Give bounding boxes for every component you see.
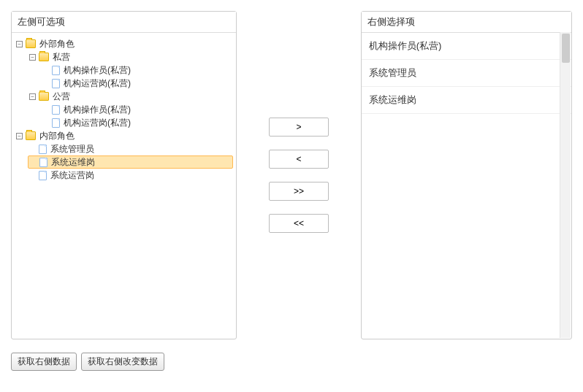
- tree-node-label: 私营: [51, 50, 72, 64]
- left-panel: 左侧可选项 外部角色: [11, 11, 237, 339]
- file-icon: [52, 79, 60, 88]
- tree-node-label: 外部角色: [38, 37, 76, 50]
- get-right-data-button[interactable]: 获取右侧数据: [11, 353, 77, 371]
- file-icon: [39, 158, 47, 167]
- tree-node-label: 内部角色: [38, 129, 76, 142]
- tree-node-label: 公营: [51, 90, 72, 103]
- tree-leaf-sysadmin[interactable]: 系统管理员: [28, 142, 233, 155]
- transfer-controls: > < >> <<: [237, 11, 361, 339]
- tree-leaf-sysbiz[interactable]: 系统运营岗: [28, 169, 233, 182]
- file-icon: [52, 66, 60, 75]
- remove-button[interactable]: <: [269, 150, 329, 169]
- collapse-icon[interactable]: [16, 133, 23, 139]
- get-right-changed-data-button[interactable]: 获取右侧改变数据: [81, 353, 164, 371]
- tree-node-label: 机构运营岗(私营): [62, 116, 132, 129]
- left-panel-title: 左侧可选项: [12, 12, 236, 33]
- tree-node-label: 系统管理员: [49, 142, 96, 155]
- collapse-icon[interactable]: [29, 93, 36, 100]
- collapse-icon[interactable]: [16, 41, 23, 47]
- tree-node-label: 系统运营岗: [49, 169, 96, 182]
- options-tree: 外部角色 私营: [15, 37, 233, 182]
- selected-item[interactable]: 机构操作员(私营): [362, 33, 571, 60]
- folder-open-icon: [39, 53, 49, 61]
- tree-node-label: 机构操作员(私营): [62, 103, 132, 116]
- file-icon: [52, 105, 60, 115]
- file-icon: [52, 118, 60, 128]
- add-all-button[interactable]: >>: [269, 182, 329, 201]
- tree-node-label: 系统运维岗: [50, 156, 96, 168]
- collapse-icon[interactable]: [29, 54, 36, 61]
- tree-leaf-operator-public[interactable]: 机构操作员(私营): [41, 103, 233, 116]
- right-panel-body: 机构操作员(私营) 系统管理员 系统运维岗: [362, 33, 571, 339]
- tree-node-internal-roles[interactable]: 内部角色: [15, 129, 233, 142]
- selected-item[interactable]: 系统管理员: [362, 60, 571, 87]
- tree-node-label: 机构操作员(私营): [62, 64, 132, 77]
- scrollbar-thumb[interactable]: [562, 34, 570, 63]
- file-icon: [39, 171, 47, 180]
- tree-node-external-roles[interactable]: 外部角色: [15, 37, 233, 50]
- folder-open-icon: [26, 131, 36, 140]
- add-button[interactable]: >: [269, 118, 329, 137]
- tree-node-label: 机构运营岗(私营): [62, 77, 132, 90]
- scrollbar[interactable]: [560, 32, 571, 338]
- right-panel: 右侧选择项 机构操作员(私营) 系统管理员 系统运维岗: [361, 11, 572, 339]
- remove-all-button[interactable]: <<: [269, 214, 329, 233]
- tree-leaf-ops-private[interactable]: 机构运营岗(私营): [41, 77, 233, 90]
- tree-leaf-operator-private[interactable]: 机构操作员(私营): [41, 64, 233, 77]
- right-panel-title: 右侧选择项: [362, 12, 571, 33]
- bottom-toolbar: 获取右侧数据 获取右侧改变数据: [11, 353, 572, 371]
- tree-leaf-sysops[interactable]: 系统运维岗: [28, 155, 233, 169]
- folder-open-icon: [39, 92, 49, 101]
- file-icon: [39, 145, 47, 154]
- folder-open-icon: [26, 39, 36, 48]
- tree-node-private[interactable]: 私营: [28, 50, 233, 64]
- tree-leaf-ops-public[interactable]: 机构运营岗(私营): [41, 116, 233, 129]
- selected-item[interactable]: 系统运维岗: [362, 87, 571, 114]
- left-panel-body: 外部角色 私营: [12, 33, 236, 339]
- tree-node-public[interactable]: 公营: [28, 90, 233, 103]
